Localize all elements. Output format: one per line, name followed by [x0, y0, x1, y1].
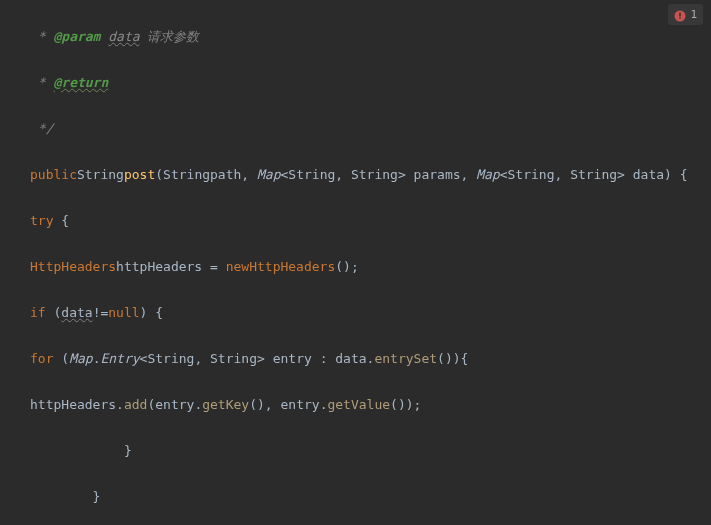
code-line: public String post(String path, Map<Stri… — [0, 163, 711, 186]
code-line: HttpHeaders httpHeaders = new HttpHeader… — [0, 255, 711, 278]
code-line: } — [0, 439, 711, 462]
code-line: httpHeaders.add(entry.getKey(), entry.ge… — [0, 393, 711, 416]
code-line: * @param data 请求参数 — [0, 25, 711, 48]
code-line: for (Map.Entry<String, String> entry : d… — [0, 347, 711, 370]
code-line: * @return — [0, 71, 711, 94]
code-editor[interactable]: * @param data 请求参数 * @return */ public S… — [0, 0, 711, 525]
code-line: try { — [0, 209, 711, 232]
warning-count: 1 — [690, 5, 697, 24]
error-icon — [674, 9, 686, 21]
code-line: } — [0, 485, 711, 508]
svg-rect-1 — [680, 12, 681, 16]
code-line: if (data!=null) { — [0, 301, 711, 324]
svg-rect-2 — [680, 17, 681, 18]
code-line: */ — [0, 117, 711, 140]
warning-badge[interactable]: 1 — [668, 4, 703, 25]
